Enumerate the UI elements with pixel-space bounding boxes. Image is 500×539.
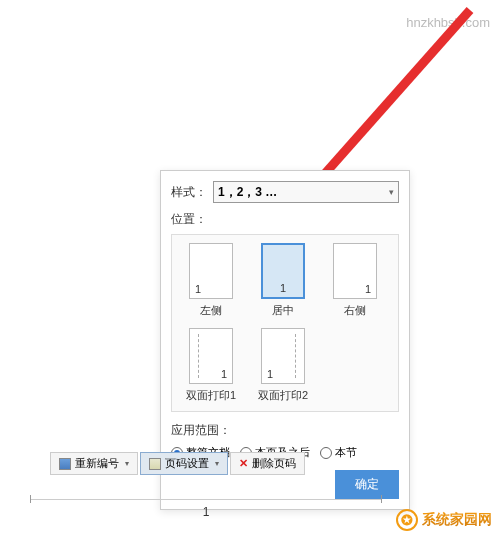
position-grid: 1 左侧 1 居中 1 右侧 1 双面打印1 1 <box>171 234 399 412</box>
style-dropdown[interactable]: 1，2，3 … ▾ <box>213 181 399 203</box>
logo-icon: ✪ <box>396 509 418 531</box>
page-thumb-duplex1: 1 <box>189 328 233 384</box>
delete-label: 删除页码 <box>252 456 296 471</box>
position-option-duplex2[interactable]: 1 双面打印2 <box>252 328 314 403</box>
watermark-text: hnzkhbsb.com <box>406 15 490 30</box>
scope-label: 应用范围： <box>171 422 399 439</box>
settings-icon <box>149 458 161 470</box>
option-label-center: 居中 <box>272 303 294 318</box>
position-option-center[interactable]: 1 居中 <box>252 243 314 318</box>
renumber-icon <box>59 458 71 470</box>
renumber-button[interactable]: 重新编号 ▾ <box>50 452 138 475</box>
settings-label: 页码设置 <box>165 456 209 471</box>
chevron-down-icon: ▾ <box>389 187 394 197</box>
page-number-value: 1 <box>365 283 371 295</box>
option-label-duplex1: 双面打印1 <box>186 388 236 403</box>
page-thumb-right: 1 <box>333 243 377 299</box>
page-number-toolbar: 重新编号 ▾ 页码设置 ▾ ✕ 删除页码 <box>50 452 305 475</box>
chevron-down-icon: ▾ <box>215 459 219 468</box>
page-thumb-duplex2: 1 <box>261 328 305 384</box>
option-label-left: 左侧 <box>200 303 222 318</box>
page-thumb-left: 1 <box>189 243 233 299</box>
position-option-left[interactable]: 1 左侧 <box>180 243 242 318</box>
delete-page-number-button[interactable]: ✕ 删除页码 <box>230 452 305 475</box>
document-page-number: 1 <box>203 505 210 519</box>
scope-section-label: 本节 <box>335 445 357 460</box>
page-number-value: 1 <box>267 368 273 380</box>
scope-option-section[interactable]: 本节 <box>320 445 357 460</box>
delete-icon: ✕ <box>239 457 248 470</box>
logo-text: 系统家园网 <box>422 511 492 529</box>
option-label-right: 右侧 <box>344 303 366 318</box>
site-logo: ✪ 系统家园网 <box>396 509 492 531</box>
position-label: 位置： <box>171 211 399 228</box>
style-value: 1，2，3 … <box>218 184 277 201</box>
page-settings-button[interactable]: 页码设置 ▾ <box>140 452 228 475</box>
position-option-right[interactable]: 1 右侧 <box>324 243 386 318</box>
option-label-duplex2: 双面打印2 <box>258 388 308 403</box>
position-option-duplex1[interactable]: 1 双面打印1 <box>180 328 242 403</box>
style-label: 样式： <box>171 184 207 201</box>
renumber-label: 重新编号 <box>75 456 119 471</box>
page-number-value: 1 <box>280 282 286 294</box>
chevron-down-icon: ▾ <box>125 459 129 468</box>
page-thumb-center: 1 <box>261 243 305 299</box>
document-page-edge: 1 <box>30 475 382 500</box>
page-number-value: 1 <box>221 368 227 380</box>
page-number-value: 1 <box>195 283 201 295</box>
radio-icon <box>320 447 332 459</box>
